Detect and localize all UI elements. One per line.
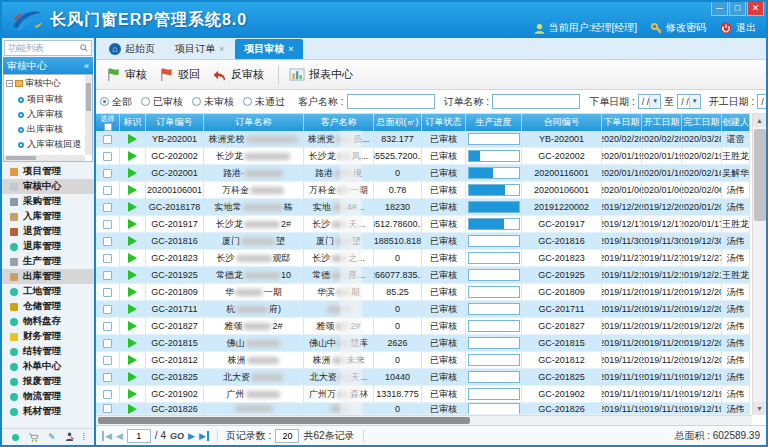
sidebar-item-11[interactable]: 物料盘存: [2, 314, 94, 329]
sidebar-item-6[interactable]: 退库管理: [2, 239, 94, 254]
tab-close-icon[interactable]: ×: [288, 44, 293, 54]
tree-vertical-scrollbar[interactable]: [85, 75, 92, 155]
row-checkbox[interactable]: [103, 152, 112, 161]
toolbar-button-4[interactable]: 报表中心: [285, 64, 361, 85]
order-date-from-input[interactable]: / /▼: [638, 94, 662, 109]
row-checkbox[interactable]: [103, 339, 112, 348]
column-header-6[interactable]: 总面积(㎡): [374, 114, 422, 131]
sidebar-item-13[interactable]: 结转管理: [2, 344, 94, 359]
table-row[interactable]: YB-202001株洲党校株洲党员...832.177已审核YB-2020012…: [96, 131, 750, 148]
table-row[interactable]: GC-201711杭府)0已审核GC-2017112019/11/202019/…: [96, 301, 750, 318]
scrollbar-thumb[interactable]: [98, 417, 470, 424]
status-radio-1[interactable]: [100, 97, 109, 106]
customer-name-input[interactable]: [347, 94, 435, 109]
tree-item-4[interactable]: 入库审核回退: [4, 137, 92, 152]
table-row[interactable]: GC-201917长沙龙2#长沙天...8512.78600...已审核GC-2…: [96, 216, 750, 233]
table-row[interactable]: GC-201809华一期华滨期85.25已审核GC-2018092019/11/…: [96, 284, 750, 301]
status-radio-2[interactable]: [141, 97, 150, 106]
tree-item-3[interactable]: 出库审核: [4, 122, 92, 137]
tree-item-2[interactable]: 入库审核: [4, 107, 92, 122]
first-page-button[interactable]: ◀: [102, 431, 112, 441]
person-icon[interactable]: [65, 432, 74, 442]
table-row[interactable]: GC-201816厦门望厦门望188510.818已审核GC-201816201…: [96, 233, 750, 250]
column-header-5[interactable]: 客户名称: [304, 114, 374, 131]
column-header-7[interactable]: 订单状态: [422, 114, 466, 131]
sidebar-item-12[interactable]: 财务管理: [2, 329, 94, 344]
minimize-button[interactable]: ─: [711, 2, 728, 16]
sidebar-item-7[interactable]: 生产管理: [2, 254, 94, 269]
column-header-4[interactable]: 订单名称: [204, 114, 304, 131]
row-checkbox[interactable]: [103, 288, 112, 297]
order-date-to-input[interactable]: / /▼: [677, 94, 701, 109]
table-row[interactable]: GC-201902广州广州万森林13318.775已审核GC-201902201…: [96, 386, 750, 403]
tab-close-icon[interactable]: ×: [219, 44, 224, 54]
sidebar-item-14[interactable]: 补单中心: [2, 359, 94, 374]
row-checkbox[interactable]: [103, 186, 112, 195]
collapse-icon[interactable]: «: [84, 61, 89, 71]
row-checkbox[interactable]: [103, 390, 112, 399]
row-checkbox[interactable]: [103, 135, 112, 144]
table-row[interactable]: GC-201827雅颂2#雅颂2#0已审核GC-2018272019/11/20…: [96, 318, 750, 335]
column-header-3[interactable]: 订单编号: [146, 114, 204, 131]
order-name-input[interactable]: [492, 94, 580, 109]
dot-icon[interactable]: [12, 434, 19, 441]
row-checkbox[interactable]: [103, 356, 112, 365]
row-checkbox[interactable]: [103, 305, 112, 314]
page-number-input[interactable]: [127, 429, 151, 443]
scroll-up-icon[interactable]: ▲: [753, 114, 766, 127]
chevron-down-icon[interactable]: ▼: [649, 95, 660, 108]
toolbar-button-3[interactable]: 反审核: [208, 64, 272, 85]
sidebar-item-2[interactable]: 审核中心: [2, 179, 94, 194]
column-header-1[interactable]: 选择: [96, 114, 120, 131]
status-radio-4[interactable]: [243, 97, 252, 106]
table-row[interactable]: GC-201925常德龙10常德原...266077.835...已审核GC-2…: [96, 267, 750, 284]
pen-icon[interactable]: ✎: [48, 432, 56, 442]
table-row[interactable]: 20200106001万科金万科金一期0.78已审核20200106001202…: [96, 182, 750, 199]
table-row[interactable]: GC-201815佛山佛山中慧库2626已审核GC-2018152019/11/…: [96, 335, 750, 352]
column-header-9[interactable]: 合同编号: [522, 114, 602, 131]
table-row[interactable]: GC-202001路港·路港境0已审核202001160012020/01/16…: [96, 165, 750, 182]
vertical-scrollbar[interactable]: ▲ ▼: [752, 114, 766, 415]
tree-horizontal-scrollbar[interactable]: [4, 155, 85, 161]
sidebar-panel-header[interactable]: 审核中心 «: [3, 57, 93, 74]
column-header-13[interactable]: 创建人: [722, 114, 750, 131]
prev-page-button[interactable]: ◀: [116, 431, 123, 441]
column-header-12[interactable]: 完工日期: [682, 114, 722, 131]
row-checkbox[interactable]: [103, 322, 112, 331]
sidebar-item-1[interactable]: 项目管理: [2, 164, 94, 179]
row-checkbox[interactable]: [103, 220, 112, 229]
row-checkbox[interactable]: [103, 254, 112, 263]
sidebar-item-4[interactable]: 入库管理: [2, 209, 94, 224]
page-size-input[interactable]: [275, 429, 299, 443]
logout-button[interactable]: 退出: [720, 21, 756, 35]
table-row[interactable]: GC-201812株洲株洲未来0已审核GC-2018122019/11/2020…: [96, 352, 750, 369]
row-checkbox[interactable]: [103, 203, 112, 212]
sidebar-item-8[interactable]: 出库管理: [2, 269, 94, 284]
cart-icon[interactable]: [28, 433, 39, 442]
toolbar-button-2[interactable]: 驳回: [155, 64, 208, 85]
start-date-input[interactable]: / /▼: [757, 94, 766, 109]
scroll-down-icon[interactable]: ▼: [753, 402, 766, 415]
sidebar-item-15[interactable]: 报废管理: [2, 374, 94, 389]
table-row[interactable]: GC-2018260已审核GC-2018262019/11/192019/11/…: [96, 403, 750, 415]
column-header-10[interactable]: 下单日期: [602, 114, 642, 131]
tab-3[interactable]: 项目审核×: [235, 39, 302, 59]
row-checkbox[interactable]: [103, 373, 112, 382]
tree-root-node[interactable]: − 审核中心: [4, 75, 92, 92]
row-checkbox[interactable]: [103, 404, 112, 413]
column-header-11[interactable]: 开工日期: [642, 114, 682, 131]
row-checkbox[interactable]: [103, 169, 112, 178]
change-password-button[interactable]: 修改密码: [651, 21, 706, 35]
table-row[interactable]: GC-201825北大资北大资天...10440已审核GC-2018252019…: [96, 369, 750, 386]
close-button[interactable]: ✕: [747, 2, 764, 16]
tree-expand-icon[interactable]: −: [6, 80, 13, 87]
chevron-down-icon[interactable]: ▼: [689, 95, 700, 108]
go-button[interactable]: GO: [170, 431, 184, 441]
table-row[interactable]: GC-2018178实地常栋实地4#...18230已审核20191220002…: [96, 199, 750, 216]
more-icon[interactable]: ⁞: [83, 432, 85, 442]
tab-2[interactable]: 项目订单×: [166, 39, 233, 59]
next-page-button[interactable]: ▶: [188, 431, 195, 441]
row-checkbox[interactable]: [103, 271, 112, 280]
tab-1[interactable]: ⌂起始页: [100, 39, 164, 59]
sidebar-item-16[interactable]: 物流管理: [2, 389, 94, 404]
